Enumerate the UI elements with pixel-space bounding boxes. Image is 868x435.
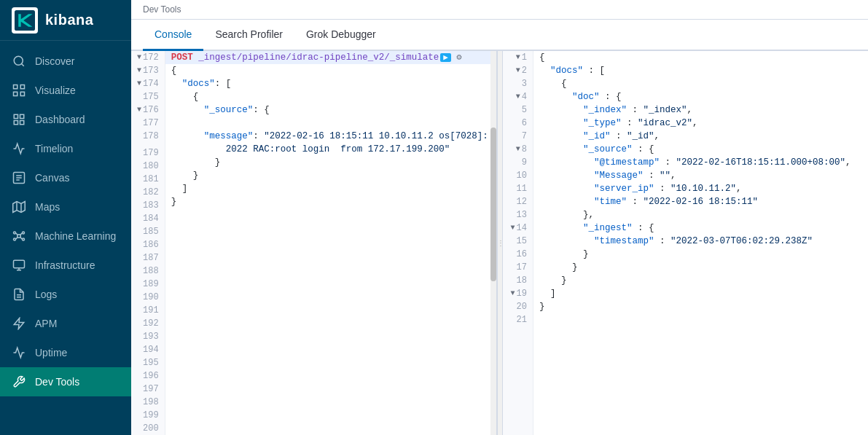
logs-icon: [12, 287, 26, 302]
line-179: 179: [131, 146, 165, 160]
sidebar-item-infrastructure[interactable]: Infrastructure: [0, 251, 131, 280]
code-line-182: }: [165, 195, 496, 208]
svg-rect-0: [15, 10, 35, 31]
sidebar-item-canvas[interactable]: Canvas: [0, 163, 131, 192]
fold-out-2-arrow: ▼: [516, 64, 520, 77]
editor-scrollbar[interactable]: [490, 51, 496, 435]
out-code-15: "timestamp" : "2022-03-07T06:02:29.238Z": [533, 235, 868, 248]
sidebar-item-uptime[interactable]: Uptime: [0, 338, 131, 367]
fold-173-arrow: ▼: [137, 64, 141, 77]
logs-label: Logs: [35, 289, 57, 300]
code-line-181: ]: [165, 182, 496, 195]
out-code-19: ]: [533, 287, 868, 300]
sidebar-item-logs[interactable]: Logs: [0, 280, 131, 309]
svg-point-17: [14, 238, 16, 240]
tab-search-profiler[interactable]: Search Profiler: [203, 20, 294, 51]
sidebar-item-machine-learning[interactable]: Machine Learning: [0, 222, 131, 251]
out-line-21: 21: [503, 313, 533, 326]
fold-out-4-arrow: ▼: [516, 90, 520, 103]
editor-scroll-thumb: [490, 128, 496, 281]
machine-learning-icon: [12, 229, 26, 243]
out-line-5: 5: [503, 103, 533, 117]
out-line-4: ▼4: [503, 90, 533, 103]
sidebar-item-dashboard[interactable]: Dashboard: [0, 105, 131, 134]
line-196: 196: [131, 369, 165, 383]
out-line-17: 17: [503, 261, 533, 274]
svg-rect-7: [20, 114, 24, 118]
line-183: 183: [131, 199, 165, 212]
code-line-193: [165, 340, 496, 353]
line-174: ▼174: [131, 77, 165, 90]
line-180: 180: [131, 160, 165, 173]
line-184: 184: [131, 212, 165, 225]
code-line-172: POST _ingest/pipeline/idrac-pipeline_v2/…: [165, 51, 496, 64]
svg-rect-5: [20, 92, 24, 95]
dashboard-label: Dashboard: [35, 114, 85, 125]
out-line-3: 3: [503, 77, 533, 90]
sidebar-item-discover[interactable]: Discover: [0, 47, 131, 76]
out-line-6: 6: [503, 117, 533, 130]
editor-code-area[interactable]: POST _ingest/pipeline/idrac-pipeline_v2/…: [165, 51, 496, 435]
code-line-185: [165, 235, 496, 248]
out-line-18: 18: [503, 274, 533, 287]
tab-grok-debugger[interactable]: Grok Debugger: [294, 20, 388, 51]
svg-point-16: [23, 232, 25, 234]
fold-out-19-arrow: ▼: [511, 287, 515, 300]
line-190: 190: [131, 291, 165, 304]
uptime-label: Uptime: [35, 347, 67, 358]
out-line-10: 10: [503, 169, 533, 182]
out-line-2: ▼2: [503, 64, 533, 77]
sidebar-item-apm[interactable]: APM: [0, 309, 131, 338]
svg-point-1: [14, 56, 23, 65]
out-line-20: 20: [503, 300, 533, 313]
kibana-logo-icon: [12, 7, 38, 34]
infrastructure-icon: [12, 258, 26, 273]
out-code-4: "doc" : {: [533, 90, 868, 103]
line-198: 198: [131, 396, 165, 409]
code-line-198: [165, 405, 496, 418]
out-line-7: 7: [503, 130, 533, 143]
svg-marker-11: [13, 202, 26, 213]
pane-divider[interactable]: ⋮: [497, 51, 503, 435]
line-175: 175: [131, 90, 165, 103]
out-line-13: 13: [503, 208, 533, 222]
line-185: 185: [131, 225, 165, 238]
line-186: 186: [131, 238, 165, 251]
code-line-179: }: [165, 156, 496, 169]
sidebar-item-visualize[interactable]: Visualize: [0, 76, 131, 105]
svg-point-15: [14, 232, 16, 234]
apm-icon: [12, 316, 26, 331]
out-code-1: {: [533, 51, 868, 64]
fold-out-8-arrow: ▼: [516, 143, 520, 156]
output-pane: ▼1 ▼2 3 ▼4 5 6 7 ▼8 9 10 11 12 13 ▼14 15…: [503, 51, 868, 435]
uptime-icon: [12, 345, 26, 360]
code-line-190: [165, 300, 496, 313]
discover-label: Discover: [35, 55, 74, 67]
svg-point-18: [23, 238, 25, 240]
output-code-area: { "docs" : [ { "doc" : { "_index" : "_in…: [533, 51, 868, 435]
sidebar-item-dev-tools[interactable]: Dev Tools: [0, 367, 131, 396]
out-code-6: "_type" : "idrac_v2",: [533, 117, 868, 130]
tabs-bar: Console Search Profiler Grok Debugger: [131, 20, 868, 51]
out-code-11: "server_ip" : "10.10.11.2",: [533, 182, 868, 195]
fold-out-1-arrow: ▼: [516, 51, 520, 64]
line-176: ▼176: [131, 103, 165, 117]
code-line-180: }: [165, 169, 496, 182]
kibana-logo-text: kibana: [45, 12, 93, 28]
tab-console[interactable]: Console: [143, 20, 203, 51]
line-181: 181: [131, 173, 165, 186]
timelion-icon: [12, 141, 26, 156]
code-line-178: "message": "2022-02-16 18:15:11 10.10.11…: [165, 130, 496, 143]
fold-out-14-arrow: ▼: [511, 222, 515, 235]
sidebar-item-maps[interactable]: Maps: [0, 192, 131, 222]
logo: kibana: [0, 0, 131, 41]
sidebar-item-timelion[interactable]: Timelion: [0, 134, 131, 163]
out-line-1: ▼1: [503, 51, 533, 64]
out-code-5: "_index" : "_index",: [533, 103, 868, 117]
out-code-13: },: [533, 208, 868, 222]
svg-rect-4: [14, 92, 17, 95]
dev-tools-label: Dev Tools: [35, 376, 79, 388]
editor-pane: ▼172 ▼173 ▼174 175 ▼176 177 178 179 180 …: [131, 51, 497, 435]
line-199: 199: [131, 409, 165, 422]
code-line-194: [165, 353, 496, 366]
